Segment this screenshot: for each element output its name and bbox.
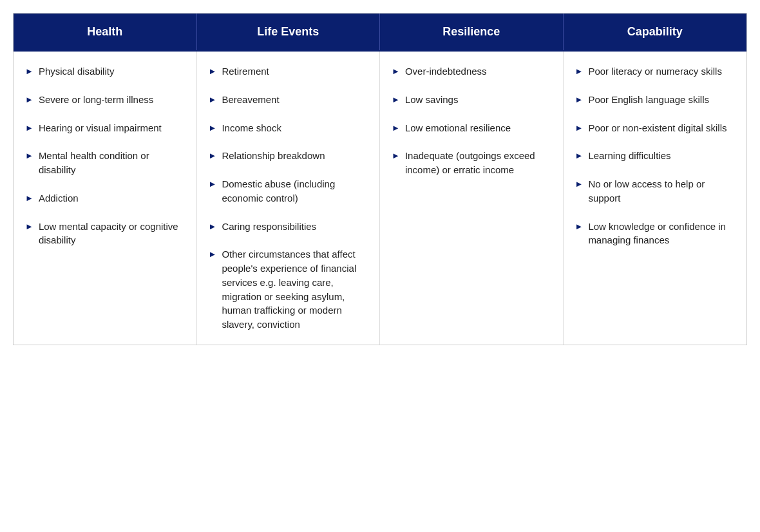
item-text: Caring responsibilities [222,220,368,234]
arrow-icon: ► [575,150,584,162]
item-text: Income shock [222,121,368,135]
list-item: ►Addiction [25,191,185,205]
item-text: Severe or long-term illness [39,93,185,107]
item-text: Low knowledge or confidence in managing … [588,220,735,248]
list-item: ►Hearing or visual impairment [25,121,185,135]
arrow-icon: ► [392,150,400,162]
arrow-icon: ► [209,122,217,135]
arrow-icon: ► [25,150,33,162]
capability-list: ►Poor literacy or numeracy skills ►Poor … [575,64,736,247]
item-text: Inadequate (outgoings exceed income) or … [405,149,551,177]
arrow-icon: ► [392,66,400,78]
header-health: Health [14,14,197,50]
list-item: ►Learning difficulties [575,149,736,163]
table-body: ►Physical disability ►Severe or long-ter… [14,50,746,345]
table-header: Health Life Events Resilience Capability [14,14,746,50]
list-item: ►Low knowledge or confidence in managing… [575,220,736,248]
header-resilience: Resilience [380,14,564,50]
item-text: Physical disability [39,64,185,79]
header-capability: Capability [564,14,747,50]
list-item: ►Poor English language skills [575,93,736,107]
arrow-icon: ► [209,66,217,78]
item-text: Poor literacy or numeracy skills [588,64,735,79]
list-item: ►Domestic abuse (including economic cont… [209,177,368,205]
item-text: Domestic abuse (including economic contr… [222,177,368,205]
list-item: ►Caring responsibilities [209,220,368,234]
arrow-icon: ► [575,178,584,191]
arrow-icon: ► [25,94,33,106]
vulnerability-table: Health Life Events Resilience Capability… [13,13,747,345]
item-text: Addiction [39,191,185,205]
list-item: ►Severe or long-term illness [25,93,185,107]
list-item: ►Bereavement [209,93,368,107]
list-item: ►Relationship breakdown [209,149,368,163]
arrow-icon: ► [575,94,584,106]
resilience-list: ►Over-indebtedness ►Low savings ►Low emo… [392,64,551,177]
arrow-icon: ► [209,249,217,261]
list-item: ►Income shock [209,121,368,135]
arrow-icon: ► [575,122,584,135]
item-text: Low emotional resilience [405,121,551,135]
item-text: Mental health condition or disability [39,149,185,177]
item-text: No or low access to help or support [588,177,735,205]
arrow-icon: ► [209,178,217,191]
arrow-icon: ► [209,94,217,106]
list-item: ►Low savings [392,93,551,107]
col-resilience: ►Over-indebtedness ►Low savings ►Low emo… [380,52,564,345]
item-text: Poor English language skills [588,93,735,107]
item-text: Low mental capacity or cognitive disabil… [39,220,185,248]
arrow-icon: ► [392,122,400,135]
arrow-icon: ► [209,221,217,233]
life-events-list: ►Retirement ►Bereavement ►Income shock ►… [209,64,368,332]
list-item: ►Mental health condition or disability [25,149,185,177]
list-item: ►Low emotional resilience [392,121,551,135]
list-item: ►Inadequate (outgoings exceed income) or… [392,149,551,177]
item-text: Low savings [405,93,551,107]
arrow-icon: ► [25,193,33,205]
list-item: ►Other circumstances that affect people'… [209,247,368,332]
item-text: Learning difficulties [588,149,735,163]
arrow-icon: ► [25,221,33,233]
arrow-icon: ► [25,122,33,135]
item-text: Relationship breakdown [222,149,368,163]
list-item: ►No or low access to help or support [575,177,736,205]
item-text: Over-indebtedness [405,64,551,79]
col-capability: ►Poor literacy or numeracy skills ►Poor … [564,52,747,345]
list-item: ►Physical disability [25,64,185,79]
item-text: Other circumstances that affect people's… [222,247,368,332]
arrow-icon: ► [209,150,217,162]
arrow-icon: ► [25,66,33,78]
item-text: Poor or non-existent digital skills [588,121,735,135]
arrow-icon: ► [575,221,584,233]
list-item: ►Retirement [209,64,368,79]
item-text: Bereavement [222,93,368,107]
item-text: Retirement [222,64,368,79]
list-item: ►Low mental capacity or cognitive disabi… [25,220,185,248]
list-item: ►Poor or non-existent digital skills [575,121,736,135]
item-text: Hearing or visual impairment [39,121,185,135]
arrow-icon: ► [392,94,400,106]
health-list: ►Physical disability ►Severe or long-ter… [25,64,185,247]
arrow-icon: ► [575,66,584,78]
header-life-events: Life Events [197,14,381,50]
list-item: ►Over-indebtedness [392,64,551,79]
list-item: ►Poor literacy or numeracy skills [575,64,736,79]
col-health: ►Physical disability ►Severe or long-ter… [14,52,197,345]
col-life-events: ►Retirement ►Bereavement ►Income shock ►… [197,52,381,345]
